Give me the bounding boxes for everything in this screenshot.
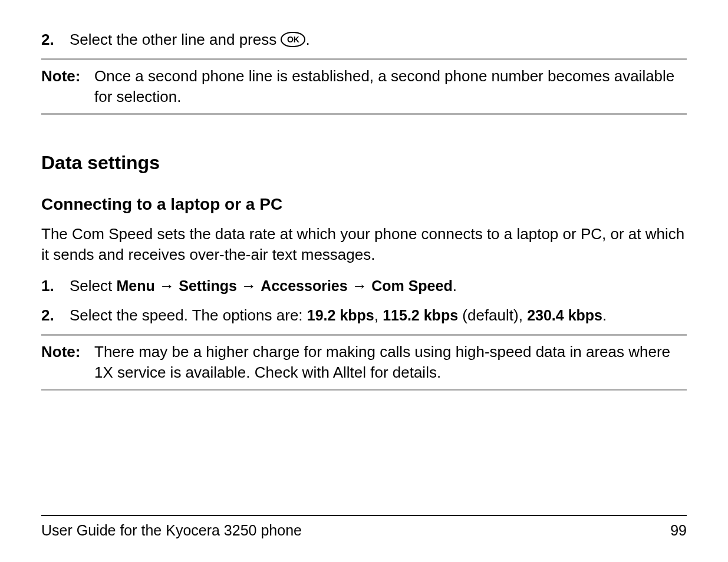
ok-button-icon: OK xyxy=(281,32,305,47)
sep: , xyxy=(374,306,383,324)
subsection-heading: Connecting to a laptop or a PC xyxy=(41,193,687,216)
section-heading: Data settings xyxy=(41,150,687,176)
note-text: There may be a higher charge for making … xyxy=(94,342,687,383)
step-1: 1. Select Menu → Settings → Accessories … xyxy=(41,276,687,296)
step-prefix: Select xyxy=(70,277,117,295)
step-2-top: 2. Select the other line and press OK. xyxy=(41,29,687,50)
step-text-before: Select the other line and press xyxy=(70,31,281,48)
period: . xyxy=(602,306,607,324)
step-body: Select Menu → Settings → Accessories → C… xyxy=(70,276,687,296)
note-label: Note: xyxy=(41,66,94,107)
arrow-icon: → xyxy=(159,277,174,295)
note-text: Once a second phone line is established,… xyxy=(94,66,687,107)
nav-accessories: Accessories xyxy=(261,277,347,294)
nav-settings: Settings xyxy=(179,277,237,294)
page-footer: User Guide for the Kyocera 3250 phone 99 xyxy=(41,515,687,541)
step-number: 2. xyxy=(41,305,70,326)
step-number: 2. xyxy=(41,29,70,50)
nav-menu: Menu xyxy=(117,277,155,294)
footer-title: User Guide for the Kyocera 3250 phone xyxy=(41,521,302,541)
page-number: 99 xyxy=(670,521,687,541)
speed-option-1: 19.2 kbps xyxy=(307,307,374,323)
arrow-icon: → xyxy=(352,277,367,295)
note-block-1: Note: Once a second phone line is establ… xyxy=(41,58,687,115)
note-label: Note: xyxy=(41,342,94,383)
step-text-after: . xyxy=(305,31,309,48)
step-number: 1. xyxy=(41,276,70,296)
step-body: Select the other line and press OK. xyxy=(70,29,687,50)
speed-option-3: 230.4 kbps xyxy=(527,307,602,323)
intro-paragraph: The Com Speed sets the data rate at whic… xyxy=(41,224,687,265)
step-body: Select the speed. The options are: 19.2 … xyxy=(70,305,687,326)
period: . xyxy=(453,277,457,295)
step-2: 2. Select the speed. The options are: 19… xyxy=(41,305,687,326)
speed-option-2: 115.2 kbps xyxy=(383,307,458,323)
step-prefix: Select the speed. The options are: xyxy=(70,306,307,324)
arrow-icon: → xyxy=(241,277,256,295)
default-label: (default), xyxy=(458,306,527,324)
note-block-2: Note: There may be a higher charge for m… xyxy=(41,334,687,391)
nav-comspeed: Com Speed xyxy=(371,277,453,294)
